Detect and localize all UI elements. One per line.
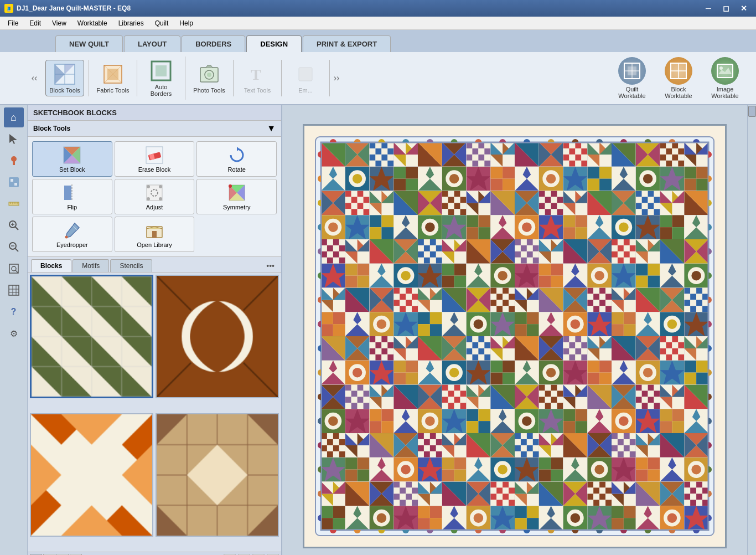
window-controls: ─ ◻ ✕ (701, 3, 752, 14)
tab-layout[interactable]: LAYOUT (124, 35, 180, 52)
svg-rect-28 (14, 183, 17, 186)
left-tools-sidebar: ⌂ (0, 105, 28, 555)
svg-rect-59 (64, 186, 71, 200)
quilt-worktable-button[interactable]: Quilt Worktable (610, 54, 654, 102)
erase-block-icon (144, 145, 164, 165)
toolbar-fabric-tools-group: Fabric Tools (89, 60, 137, 96)
right-scrollbar[interactable] (747, 105, 756, 555)
tab-blocks[interactable]: Blocks (31, 259, 71, 272)
svg-point-22 (719, 66, 723, 70)
toolbar-photo-tools-label: Photo Tools (193, 87, 225, 94)
menu-worktable[interactable]: Worktable (72, 17, 113, 29)
block-thumb-2[interactable] (156, 275, 279, 398)
eyedropper-icon (62, 220, 82, 240)
sketchbook-title: SKETCHBOOK BLOCKS (28, 105, 281, 121)
rotate-label: Rotate (227, 166, 245, 173)
block-thumb-3[interactable] (30, 413, 153, 537)
menu-file[interactable]: File (2, 17, 24, 29)
worktable-group: Quilt Worktable Block Worktable (601, 54, 756, 102)
toolbar-photo-tools-button[interactable]: Photo Tools (190, 60, 229, 96)
tool-erase-block[interactable]: Erase Block (115, 141, 195, 177)
quilt-worktable-label: Quilt Worktable (613, 86, 651, 99)
photo-tools-icon (198, 63, 221, 86)
svg-marker-57 (237, 147, 240, 151)
tab-design[interactable]: DESIGN (246, 35, 302, 52)
left-tool-zoom-in[interactable] (4, 215, 24, 235)
toolbar-next-button[interactable]: ›› (330, 61, 343, 95)
tool-symmetry[interactable]: Symmetry (196, 179, 277, 214)
tool-rotate[interactable]: Rotate (196, 141, 277, 177)
tab-stencils[interactable]: Stencils (110, 259, 152, 272)
block-thumb-4[interactable] (156, 413, 279, 537)
image-worktable-label: Image Worktable (706, 86, 744, 99)
left-tool-zoom-out[interactable] (4, 237, 24, 257)
menu-view[interactable]: View (46, 17, 72, 29)
image-worktable-icon (711, 57, 739, 85)
toolbar-prev-button[interactable]: ‹‹ (28, 61, 41, 95)
minimize-button[interactable]: ─ (701, 3, 716, 14)
adjust-icon (144, 183, 164, 203)
tab-motifs[interactable]: Motifs (73, 259, 109, 272)
tool-set-block[interactable]: Set Block (32, 141, 112, 177)
menu-quilt[interactable]: Quilt (149, 17, 174, 29)
left-tool-grid[interactable] (4, 280, 24, 300)
left-tool-help[interactable]: ? (4, 302, 24, 322)
app-icon: 🧵 (4, 4, 13, 13)
maximize-button[interactable]: ◻ (718, 3, 734, 14)
block-tools-dropdown-icon[interactable]: ▼ (267, 124, 276, 133)
menu-help[interactable]: Help (174, 17, 199, 29)
tool-eyedropper[interactable]: Eyedropper (32, 217, 112, 252)
menu-edit[interactable]: Edit (24, 17, 46, 29)
tool-adjust[interactable]: Adjust (115, 179, 195, 214)
toolbar-em-label: Em... (298, 87, 313, 94)
left-tool-settings[interactable]: ⚙ (4, 323, 24, 343)
quilt-canvas[interactable] (303, 124, 727, 548)
em-icon (294, 63, 317, 86)
quilt-worktable-icon (618, 57, 646, 85)
rotate-icon (227, 145, 247, 165)
tool-flip[interactable]: Flip (32, 179, 112, 214)
set-block-icon (62, 145, 82, 165)
menubar: File Edit View Worktable Libraries Quilt… (0, 17, 756, 30)
toolbar-fabric-tools-button[interactable]: Fabric Tools (94, 60, 132, 96)
toolbar-block-tools-button[interactable]: Block Tools (45, 60, 84, 96)
toolbar-auto-borders-label: Auto Borders (144, 84, 178, 97)
toolbar: ‹‹ Block Tools (0, 52, 756, 105)
close-button[interactable]: ✕ (736, 3, 752, 14)
fabric-tools-icon (101, 63, 125, 86)
set-block-label: Set Block (59, 166, 85, 173)
left-tool-pick[interactable] (4, 151, 24, 171)
left-tool-home[interactable]: ⌂ (4, 107, 24, 127)
svg-line-43 (15, 270, 18, 273)
left-tool-select[interactable] (4, 129, 24, 149)
svg-point-72 (229, 184, 232, 188)
left-tool-zoom-fit[interactable] (4, 259, 24, 279)
toolbar-block-tools-label: Block Tools (49, 87, 80, 94)
tab-print-export[interactable]: PRINT & EXPORT (303, 35, 391, 52)
toolbar-auto-borders-group: Auto Borders (137, 56, 185, 100)
tool-open-library[interactable]: Open Library (115, 217, 195, 252)
svg-point-66 (159, 197, 162, 201)
block-tools-grid: Set Block Erase Block (28, 137, 281, 257)
svg-point-64 (159, 185, 162, 188)
tab-more-button[interactable]: ••• (263, 260, 278, 271)
toolbar-auto-borders-button[interactable]: Auto Borders (142, 56, 180, 100)
left-tool-ruler[interactable] (4, 194, 24, 214)
left-tool-fabric[interactable] (4, 172, 24, 192)
tab-new-quilt[interactable]: NEW QUILT (55, 35, 123, 52)
menu-libraries[interactable]: Libraries (113, 17, 149, 29)
svg-point-63 (147, 185, 150, 188)
tab-borders[interactable]: BORDERS (182, 35, 245, 52)
svg-line-35 (15, 227, 18, 230)
svg-rect-44 (9, 285, 19, 295)
image-worktable-button[interactable]: Image Worktable (703, 54, 747, 102)
sketchbook-panel: SKETCHBOOK BLOCKS Block Tools ▼ (28, 105, 282, 555)
toolbar-fabric-tools-label: Fabric Tools (96, 87, 129, 94)
svg-rect-8 (156, 65, 167, 76)
block-worktable-button[interactable]: Block Worktable (656, 54, 701, 102)
svg-rect-27 (11, 179, 13, 182)
svg-rect-21 (717, 64, 733, 78)
block-thumb-1[interactable] (30, 275, 153, 398)
flip-label: Flip (67, 204, 77, 210)
sketch-tabs: Blocks Motifs Stencils ••• (28, 257, 281, 273)
